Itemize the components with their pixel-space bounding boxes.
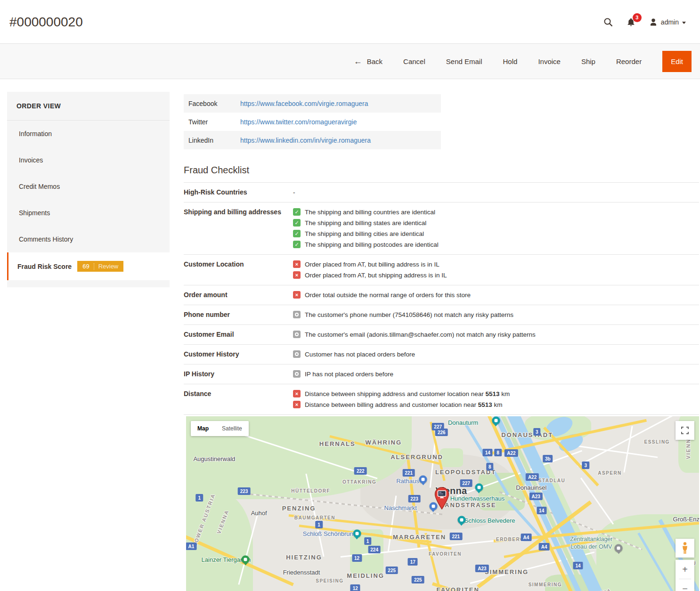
road-badge: 225 (412, 576, 424, 583)
checklist-row-high-risk-countries: High-Risk Countries- (184, 183, 699, 202)
pegman-button[interactable] (676, 539, 694, 558)
main-panel: Facebookhttps://www.facebook.com/virgie.… (184, 92, 699, 591)
zoom-out-button[interactable]: − (676, 579, 694, 591)
social-row-linkedin: LinkedInhttps://www.linkedin.com/in/virg… (184, 131, 441, 149)
map-district-label: PENZING (282, 505, 316, 512)
fraud-risk-score-label: Fraud Risk Score (17, 263, 72, 270)
map-place-label: Donauturm (448, 419, 478, 426)
social-link[interactable]: https://www.linkedin.com/in/virgie.romag… (240, 137, 371, 144)
risk-status: Review (98, 263, 119, 270)
map-type-satellite-button[interactable]: Satellite (215, 421, 249, 436)
customer-location-marker (433, 487, 450, 511)
customer-location-map[interactable]: HERNALSWÄHRINGALSERGRUNDDONAUSTADTLEOPOL… (186, 416, 699, 591)
map-type-control: Map Satellite (191, 421, 249, 436)
checklist-item-text: Order placed from AT, but shipping addre… (305, 270, 447, 281)
toolbar-button-reorder[interactable]: Reorder (616, 57, 642, 65)
checklist-items: The customer's email (adonis.tillman@sch… (293, 329, 536, 340)
checklist-row-distance: Distance×Distance between shipping addre… (184, 384, 699, 415)
zoom-in-button[interactable]: + (676, 560, 694, 579)
checklist-item: ×Order total outside the normal range of… (293, 290, 471, 300)
checklist-label: Customer Email (184, 329, 293, 340)
fullscreen-icon (681, 427, 689, 434)
social-link[interactable]: https://www.twitter.com/romagueravirgie (240, 118, 357, 126)
edit-button[interactable]: Edit (662, 51, 692, 72)
road-badge: A23 (475, 565, 488, 572)
checklist-item: Customer has not placed orders before (293, 349, 415, 360)
badge-separator (94, 263, 94, 270)
sidebar-menu: InformationInvoicesCredit MemosShipments… (7, 121, 170, 287)
x-icon: × (293, 271, 301, 279)
social-label: LinkedIn (188, 137, 240, 144)
user-icon (649, 18, 658, 26)
header-actions: 3 admin (603, 17, 686, 27)
admin-username: admin (661, 18, 679, 26)
checklist-item-text: Distance between shipping address and cu… (305, 389, 510, 399)
social-link[interactable]: https://www.facebook.com/virgie.romaguer… (240, 100, 368, 107)
road-badge: 12 (350, 584, 360, 591)
checklist-item: ×Order placed from AT, but billing addre… (293, 259, 447, 270)
checklist-row-order-amount: Order amount×Order total outside the nor… (184, 285, 699, 305)
pegman-icon (682, 542, 688, 554)
checklist-item: ✓The shipping and billing states are ide… (293, 218, 439, 228)
map-type-map-button[interactable]: Map (191, 421, 215, 436)
sidebar-item-comments-history[interactable]: Comments History (7, 226, 170, 252)
map-district-label: HIETZING (286, 554, 322, 561)
checklist-item-text: The shipping and billing postcodes are i… (305, 239, 439, 250)
toolbar-button-send-email[interactable]: Send Email (446, 57, 482, 65)
toolbar-button-hold[interactable]: Hold (503, 57, 518, 65)
fullscreen-button[interactable] (676, 421, 694, 440)
toolbar-button-invoice[interactable]: Invoice (538, 57, 561, 65)
checklist-item-text: The customer's email (adonis.tillman@sch… (305, 329, 536, 340)
checklist-row-customer-location: Customer Location×Order placed from AT, … (184, 255, 699, 285)
checklist-item-text: Order placed from AT, but billing addres… (305, 259, 440, 270)
map-district-label: ASPERN (598, 470, 622, 476)
checklist-item-text: The customer's phone number (7541058646)… (305, 309, 513, 320)
checklist-item-text: IP has not placed orders before (305, 369, 393, 380)
map-district-label: FAVORITEN (429, 551, 462, 557)
back-button[interactable]: ← Back (354, 57, 383, 65)
sidebar-item-shipments[interactable]: Shipments (7, 200, 170, 226)
checklist-items: - (293, 187, 295, 198)
road-badge: 226 (435, 429, 448, 436)
checklist-label: Phone number (184, 309, 293, 320)
checklist-item: - (293, 187, 295, 198)
checklist-label: High-Risk Countries (184, 187, 293, 198)
notifications-bell-icon[interactable]: 3 (626, 17, 636, 27)
page-title: #000000020 (9, 15, 83, 30)
checklist-items: The customer's phone number (7541058646)… (293, 309, 513, 320)
social-links-table: Facebookhttps://www.facebook.com/virgie.… (184, 94, 441, 149)
checklist-label: Customer History (184, 349, 293, 360)
checklist-item: ✓The shipping and billing postcodes are … (293, 239, 439, 250)
check-icon: ✓ (293, 230, 301, 237)
checklist-item-text: - (293, 187, 295, 198)
toolbar-button-ship[interactable]: Ship (581, 57, 595, 65)
checklist-row-ip-history: IP HistoryIP has not placed orders befor… (184, 364, 699, 384)
sidebar-item-fraud-risk-score[interactable]: Fraud Risk Score 69 Review (7, 252, 170, 280)
fraud-checklist-title: Fraud Checklist (184, 162, 699, 183)
checklist-item: ×Distance between shipping address and c… (293, 389, 510, 399)
x-icon: × (293, 390, 301, 397)
x-icon: × (293, 291, 301, 299)
checklist-item-text: The shipping and billing cities are iden… (305, 228, 424, 239)
toolbar-button-cancel[interactable]: Cancel (403, 57, 425, 65)
sidebar-title: ORDER VIEW (7, 92, 170, 121)
admin-menu[interactable]: admin (649, 18, 686, 26)
checklist-item: ✓The shipping and billing cities are ide… (293, 228, 439, 239)
sidebar-item-invoices[interactable]: Invoices (7, 147, 170, 173)
checklist-label: Distance (184, 389, 293, 410)
map-district-label: ESSLING (644, 439, 669, 445)
sidebar-item-information[interactable]: Information (7, 121, 170, 147)
sidebar-item-credit-memos[interactable]: Credit Memos (7, 173, 170, 200)
social-label: Facebook (188, 100, 240, 107)
checklist-label: Customer Location (184, 259, 293, 281)
road-badge: 17 (408, 558, 418, 566)
page-header: #000000020 3 admin (0, 0, 700, 43)
social-row-facebook: Facebookhttps://www.facebook.com/virgie.… (184, 94, 441, 113)
checklist-label: Order amount (184, 290, 293, 300)
search-icon[interactable] (603, 17, 613, 27)
neutral-icon (293, 311, 301, 318)
checklist-item-text: The shipping and billing states are iden… (305, 218, 426, 228)
map-district-label: SPEISING (316, 578, 343, 583)
check-icon: ✓ (293, 219, 301, 227)
map-place-label: Auhof (251, 510, 267, 517)
